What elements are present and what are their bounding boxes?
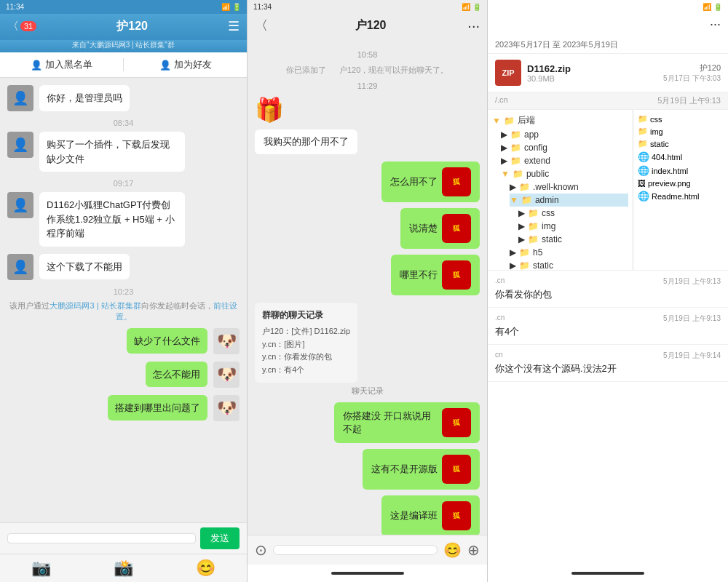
file-list-item[interactable]: 📁static	[638, 137, 724, 150]
msg-sender-3b: .cn	[495, 314, 505, 324]
back-button-2[interactable]: 〈	[255, 17, 268, 34]
quote-line-1: 户120：[文件] D1162.zip	[262, 325, 350, 338]
tree-item[interactable]: ▶📁extend	[501, 154, 628, 167]
red-icon-3: 狐	[442, 260, 471, 290]
folder-icon: 📁	[638, 139, 648, 148]
bubble: D1162小狐狸ChatGPT付费创作系统1.92独立版 + H5端 + 小程序…	[39, 192, 185, 247]
plus-icon[interactable]: ⊕	[467, 541, 480, 559]
emoji-icon[interactable]: 😊	[196, 559, 215, 578]
send-button-1[interactable]: 发送	[200, 527, 240, 549]
msg-row-left-2: 我购买的那个用不了	[255, 129, 480, 154]
panel2-chat: 11:34 📶 🔋 〈 户120 ··· 10:58 你已添加了 户120，现在…	[248, 0, 488, 582]
tree-item[interactable]: ▶📁config	[501, 141, 628, 154]
section-path: /.cn	[495, 95, 508, 104]
more-button-3[interactable]: ···	[710, 17, 721, 32]
message-input-1[interactable]	[7, 533, 196, 543]
tree-label: extend	[524, 156, 550, 166]
msg-row: 👤 这个下载了不能用	[7, 254, 240, 280]
tree-item[interactable]: ▶📁app	[501, 128, 628, 141]
folder-icon: 📁	[510, 143, 521, 153]
emoji-icon-2[interactable]: 😊	[443, 541, 462, 559]
photo-icon[interactable]: 📸	[114, 559, 133, 578]
avatar-self: 🐶	[213, 328, 240, 354]
bottom-toolbar-1: 📷 📸 😊	[0, 554, 247, 582]
bubble-right-2f: 这是编译班 狐	[381, 495, 480, 535]
back-button-1[interactable]: 〈 31	[7, 19, 36, 34]
msg-row-right: 🐶 搭建到哪里出问题了	[7, 395, 240, 421]
tree-label: admin	[535, 195, 559, 205]
file-meta: 护120 5月17日 下午3:03	[663, 63, 721, 84]
message-input-2[interactable]	[273, 545, 438, 555]
add-friend-button[interactable]: 👤 加为好友	[124, 58, 247, 71]
avatar: 👤	[7, 254, 33, 280]
gift-icon: 🎁	[255, 96, 284, 124]
more-button-2[interactable]: ···	[467, 17, 480, 34]
msg-time-3c: 5月19日 上午9:14	[663, 351, 721, 361]
header-2: 〈 户120 ···	[248, 14, 487, 40]
system-added-msg: 你已添加了 户120，现在可以开始聊天了。	[255, 65, 480, 76]
tree-item[interactable]: ▶📁static	[510, 259, 628, 270]
file-list-item[interactable]: 📁css	[638, 113, 724, 125]
msg-sender-3a: .cn	[495, 276, 505, 287]
blacklist-label: 加入黑名单	[45, 58, 92, 71]
tree-label: 后端	[518, 114, 535, 127]
file-list-item[interactable]: 📁img	[638, 125, 724, 137]
tree-item-selected[interactable]: ▼📁admin	[510, 194, 628, 207]
msg-item-3a: .cn 5月19日 上午9:13 你看发你的包	[488, 271, 728, 308]
tree-item[interactable]: ▶📁static	[518, 233, 628, 246]
gift-row: 🎁	[255, 96, 480, 124]
file-list-item[interactable]: 🌐index.html	[638, 164, 724, 178]
tree-item[interactable]: ▶📁.well-known	[510, 180, 628, 194]
voice-icon[interactable]: ⊙	[255, 541, 267, 559]
status-icons-2: 📶 🔋	[462, 3, 481, 11]
file-list-pane: 📁css 📁img 📁static 🌐404.html 🌐index.html …	[633, 110, 728, 270]
file-list-item[interactable]: 🖼preview.png	[638, 178, 724, 189]
tree-item[interactable]: ▼ 📁 后端	[492, 113, 628, 128]
html-file-icon: 🌐	[638, 191, 649, 202]
quote-line-2: y.cn：[图片]	[262, 338, 350, 351]
chat-subtitle-1: 来自"大鹏源码网3 | 站长群集"群	[0, 40, 247, 52]
red-icon-6: 狐	[442, 501, 471, 530]
msg-row: 👤 D1162小狐狸ChatGPT付费创作系统1.92独立版 + H5端 + 小…	[7, 192, 240, 247]
camera-icon[interactable]: 📷	[31, 559, 51, 578]
system-link[interactable]: 大鹏源码网3 | 站长群集群	[50, 301, 141, 310]
file-list-item[interactable]: 🌐Readme.html	[638, 189, 724, 203]
msg-time: 10:23	[7, 287, 240, 296]
quote-line-3: y.cn：你看发你的包	[262, 351, 350, 364]
panel3-files: 📶 🔋 ··· 2023年5月17日 至 2023年5月19日 ZIP D116…	[488, 0, 728, 582]
msg-item-3b: .cn 5月19日 上午9:13 有4个	[488, 308, 728, 345]
home-bar-3	[571, 572, 644, 575]
right-msgs-2b: 你搭建没 开口就说用不起 狐 这有不是开源版 狐 这是编译班	[255, 402, 480, 535]
tree-item[interactable]: ▼📁public	[501, 167, 628, 180]
folder-icon: 📁	[528, 234, 539, 244]
blacklist-button[interactable]: 👤 加入黑名单	[0, 58, 123, 71]
action-bar-1: 👤 加入黑名单 👤 加为好友	[0, 52, 247, 78]
home-bar	[331, 572, 404, 575]
file-info: D1162.zip 30.9MB	[527, 63, 657, 83]
menu-icon-1[interactable]: ☰	[228, 18, 240, 34]
msg-time-3b: 5月19日 上午9:13	[663, 314, 721, 324]
date-range: 2023年5月17日 至 2023年5月19日	[488, 36, 728, 54]
file-time: 5月17日 下午3:03	[663, 73, 721, 84]
folder-icon: 📁	[638, 114, 648, 124]
tree-item[interactable]: ▶📁css	[518, 207, 628, 220]
file-label: css	[650, 115, 662, 124]
tree-label: config	[524, 143, 547, 153]
file-list-item[interactable]: 🌐404.html	[638, 150, 724, 164]
msg-text-3a: 你看发你的包	[495, 288, 721, 301]
folder-icon: 📁	[519, 247, 530, 258]
quote-title: 群聊的聊天记录	[262, 308, 350, 322]
tree-item[interactable]: ▶📁h5	[510, 246, 628, 259]
avatar: 👤	[7, 132, 33, 158]
bubble: 购买了一个插件，下载后发现缺少文件	[39, 132, 185, 172]
avatar-self: 🐶	[213, 395, 240, 421]
tree-label: css	[542, 208, 555, 218]
add-friend-label: 加为好友	[174, 58, 212, 71]
status-icons-3: 📶 🔋	[703, 3, 722, 11]
tree-item[interactable]: ▶📁img	[518, 220, 628, 233]
file-item[interactable]: ZIP D1162.zip 30.9MB 护120 5月17日 下午3:03	[488, 54, 728, 92]
bubble-right-2d: 你搭建没 开口就说用不起 狐	[334, 402, 480, 443]
file-label: preview.png	[648, 179, 691, 188]
tree-label: h5	[533, 247, 542, 258]
tree-container: ▼ 📁 后端 ▶📁app ▶📁config ▶📁extend ▼📁public …	[488, 110, 728, 271]
